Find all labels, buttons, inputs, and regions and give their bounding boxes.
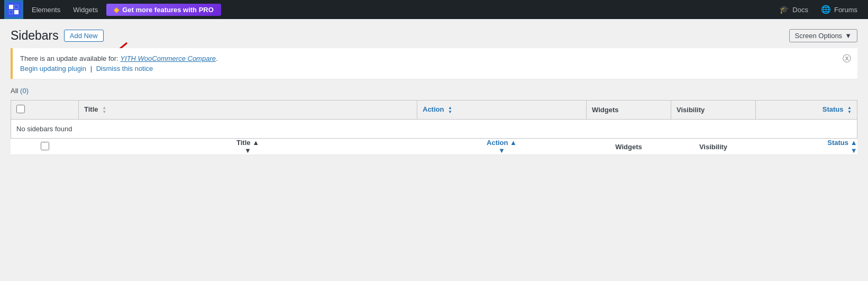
col-footer-action: Action ▲▼: [417, 139, 587, 155]
notice-actions: Begin updating plugin | Dismiss this not…: [20, 65, 836, 72]
forums-icon: 🌐: [821, 5, 831, 14]
status-sort-icon[interactable]: ▲▼: [847, 106, 852, 114]
forums-link[interactable]: 🌐 Forums: [815, 0, 864, 19]
filter-count: (0): [20, 87, 29, 95]
select-all-footer-checkbox[interactable]: [41, 142, 49, 150]
nav-right: 🎓 Docs 🌐 Forums: [773, 0, 864, 19]
col-footer-visibility: Visibility: [671, 139, 756, 155]
main-content: There is an update available for: YITH W…: [0, 48, 868, 165]
select-all-checkbox[interactable]: [16, 105, 25, 113]
notice-close-button[interactable]: ⓧ: [842, 53, 852, 64]
sidebars-table: Title ▲▼ Action ▲▼ Widgets Visibility St…: [11, 100, 857, 155]
filter-all-label: All: [11, 87, 18, 95]
dismiss-notice-link[interactable]: Dismiss this notice: [96, 65, 153, 72]
col-header-widgets: Widgets: [587, 101, 671, 120]
no-items-row: No sidebars found: [11, 120, 857, 139]
table-header-row: Title ▲▼ Action ▲▼ Widgets Visibility St…: [11, 101, 857, 120]
site-logo[interactable]: [4, 0, 23, 19]
col-footer-widgets: Widgets: [587, 139, 671, 155]
plugin-name-link[interactable]: YITH WooCommerce Compare: [120, 55, 216, 62]
filter-bar: All (0): [11, 87, 857, 95]
status-footer-sort-icon[interactable]: ▲▼: [851, 139, 857, 155]
diamond-icon: ◆: [114, 6, 119, 14]
title-sort-icon[interactable]: ▲▼: [102, 106, 106, 114]
nav-elements[interactable]: Elements: [25, 0, 67, 19]
notice-text: There is an update available for: YITH W…: [20, 55, 836, 62]
nav-items: Elements Widgets ◆ Get more features wit…: [25, 0, 221, 19]
docs-icon: 🎓: [779, 5, 789, 14]
notice-separator: |: [90, 65, 92, 72]
no-items-cell: No sidebars found: [11, 120, 857, 139]
update-notice: There is an update available for: YITH W…: [11, 48, 857, 79]
chevron-down-icon: ▼: [845, 32, 852, 40]
screen-options-button[interactable]: Screen Options ▼: [789, 29, 857, 42]
col-header-action: Action ▲▼: [417, 101, 587, 120]
col-footer-status: Status ▲▼: [756, 139, 857, 155]
col-header-status: Status ▲▼: [756, 101, 857, 120]
col-header-visibility: Visibility: [671, 101, 756, 120]
page-title: Sidebars: [11, 29, 59, 43]
table-footer-row: Title ▲▼ Action ▲▼ Widgets Visibility St…: [11, 139, 857, 155]
select-all-footer-header: [11, 139, 79, 155]
nav-widgets[interactable]: Widgets: [67, 0, 104, 19]
col-header-title: Title ▲▼: [79, 101, 417, 120]
select-all-header: [11, 101, 79, 120]
page-header: Sidebars Add New Screen Options ▼: [0, 19, 868, 48]
add-new-button[interactable]: Add New: [64, 30, 104, 42]
page-title-area: Sidebars Add New: [11, 29, 104, 43]
pro-upgrade-button[interactable]: ◆ Get more features with PRO: [106, 4, 221, 16]
col-footer-title: Title ▲▼: [79, 139, 417, 155]
begin-update-link[interactable]: Begin updating plugin: [20, 65, 88, 72]
top-navigation: Elements Widgets ◆ Get more features wit…: [0, 0, 868, 19]
docs-link[interactable]: 🎓 Docs: [773, 0, 815, 19]
action-sort-icon[interactable]: ▲▼: [448, 106, 452, 114]
